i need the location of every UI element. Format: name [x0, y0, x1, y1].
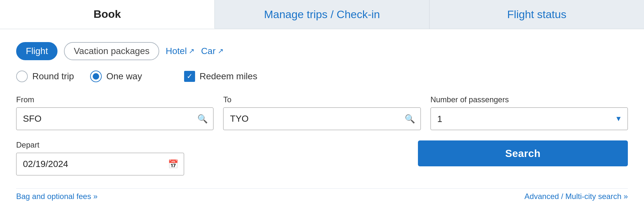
passengers-select-wrap: 1 2 3 4 5 ▼	[431, 107, 628, 130]
to-field-group: To 🔍	[223, 95, 421, 130]
subtab-hotel[interactable]: Hotel ↗	[166, 46, 194, 56]
oneway-radio-circle	[90, 71, 102, 82]
search-area: Search	[194, 140, 628, 166]
bottom-links: Bag and optional fees » Advanced / Multi…	[16, 188, 628, 201]
depart-row: Depart 📅 Search	[16, 140, 628, 175]
to-input-wrap: 🔍	[223, 107, 421, 130]
main-content: Flight Vacation packages Hotel ↗ Car ↗ R…	[0, 29, 644, 222]
redeem-miles-checkmark: ✓	[187, 73, 192, 80]
redeem-miles-label: Redeem miles	[200, 71, 257, 82]
to-input[interactable]	[223, 107, 421, 130]
passengers-field-group: Number of passengers 1 2 3 4 5 ▼	[431, 95, 628, 130]
nav-tab-manage[interactable]: Manage trips / Check-in	[215, 0, 430, 29]
from-input-wrap: 🔍	[16, 107, 213, 130]
redeem-miles-checkbox[interactable]: ✓ Redeem miles	[184, 71, 257, 82]
nav-tab-book[interactable]: Book	[0, 0, 215, 29]
nav-tab-flight-status[interactable]: Flight status	[430, 0, 644, 29]
nav-tab-manage-label: Manage trips / Check-in	[264, 8, 380, 21]
subtab-flight[interactable]: Flight	[16, 42, 57, 60]
to-label: To	[223, 95, 421, 104]
passengers-label: Number of passengers	[431, 95, 628, 104]
subtab-vacation[interactable]: Vacation packages	[64, 42, 159, 60]
bag-fees-link[interactable]: Bag and optional fees »	[16, 192, 98, 201]
roundtrip-label: Round trip	[32, 71, 74, 82]
advanced-search-link[interactable]: Advanced / Multi-city search »	[525, 192, 628, 201]
roundtrip-radio-circle	[16, 71, 28, 82]
top-nav: Book Manage trips / Check-in Flight stat…	[0, 0, 644, 29]
passengers-select[interactable]: 1 2 3 4 5	[431, 107, 628, 130]
oneway-label: One way	[106, 71, 142, 82]
depart-input-wrap: 📅	[16, 153, 184, 175]
hotel-external-icon: ↗	[189, 47, 194, 55]
search-button[interactable]: Search	[418, 140, 628, 166]
sub-tabs: Flight Vacation packages Hotel ↗ Car ↗	[16, 42, 628, 60]
from-field-group: From 🔍	[16, 95, 213, 130]
car-external-icon: ↗	[218, 47, 223, 55]
roundtrip-radio[interactable]: Round trip	[16, 71, 74, 82]
depart-field-group: Depart 📅	[16, 140, 184, 175]
oneway-radio-inner	[93, 73, 99, 80]
nav-tab-flight-status-label: Flight status	[507, 8, 566, 21]
depart-label: Depart	[16, 140, 184, 150]
nav-tab-book-label: Book	[94, 8, 121, 20]
subtab-car[interactable]: Car ↗	[201, 46, 223, 56]
trip-type-row: Round trip One way ✓ Redeem miles	[16, 71, 628, 82]
depart-input[interactable]	[16, 153, 184, 175]
fields-row: From 🔍 To 🔍 Number of passengers 1 2 3	[16, 95, 628, 130]
from-input[interactable]	[16, 107, 213, 130]
redeem-miles-box: ✓	[184, 71, 195, 82]
from-label: From	[16, 95, 213, 104]
oneway-radio[interactable]: One way	[90, 71, 142, 82]
